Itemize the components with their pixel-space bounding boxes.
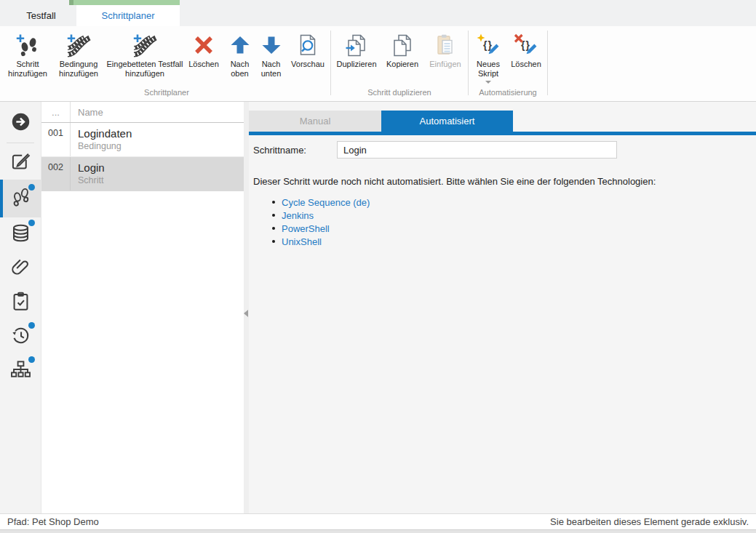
- delete-step-label: Löschen: [188, 60, 219, 69]
- sidebar-item-checklist[interactable]: [0, 286, 41, 320]
- ribbon-separator: [547, 31, 548, 95]
- add-step-button[interactable]: Schritt hinzufügen: [4, 29, 51, 79]
- ribbon-group-automatisierung: Neues Skript Löschen Automatisierung: [470, 26, 546, 101]
- move-down-icon: [259, 31, 284, 60]
- notification-badge: [28, 220, 35, 226]
- sidebar-item-history[interactable]: [0, 320, 41, 354]
- list-item: Jenkins: [272, 209, 756, 222]
- step-title: Logindaten: [78, 127, 244, 140]
- ribbon-group-label: Schritt duplizieren: [333, 87, 466, 101]
- ribbon-group-schrittplaner: Schritt hinzufügen Bedingung hinzufügen …: [4, 26, 329, 101]
- bullet-icon: [272, 227, 275, 230]
- delete-x-icon: [191, 31, 216, 60]
- list-item: PowerShell: [272, 222, 756, 235]
- technology-link-jenkins[interactable]: Jenkins: [282, 210, 314, 221]
- ribbon-separator: [330, 31, 331, 95]
- active-tab-underline: [249, 132, 756, 135]
- history-icon: [10, 325, 31, 349]
- paste-icon: [433, 31, 458, 60]
- step-title: Login: [78, 161, 244, 174]
- table-row[interactable]: 002 Login Schritt: [41, 157, 244, 191]
- sidebar-item-hierarchy[interactable]: [0, 354, 41, 388]
- paperclip-icon: [10, 257, 31, 281]
- tab-schrittplaner[interactable]: Schrittplaner: [76, 5, 180, 26]
- paste-button[interactable]: Einfügen: [424, 29, 466, 69]
- add-embedded-testcase-button[interactable]: Eingebetteten Testfall hinzufügen: [106, 29, 183, 79]
- bullet-icon: [272, 240, 275, 243]
- editor-panel: Manual Automatisiert Schrittname: Dieser…: [249, 102, 756, 513]
- duplicate-icon: [344, 31, 369, 60]
- preview-label: Vorschau: [291, 60, 325, 69]
- sidebar-item-data[interactable]: [0, 217, 41, 252]
- status-lock-message: Sie bearbeiten dieses Element gerade exk…: [550, 516, 749, 527]
- step-number: 002: [41, 157, 71, 191]
- preview-icon: [295, 31, 320, 60]
- technology-link-cycle-sequence[interactable]: Cycle Sequence (de): [282, 197, 370, 208]
- bottom-strip: [0, 529, 756, 533]
- window-tab-strip: Testfall Schrittplaner: [0, 0, 756, 26]
- add-condition-label: Bedingung hinzufügen: [51, 60, 106, 79]
- copy-button[interactable]: Kopieren: [381, 29, 424, 69]
- duplicate-button[interactable]: Duplizieren: [333, 29, 381, 69]
- move-down-button[interactable]: Nach unten: [255, 29, 287, 79]
- add-embedded-testcase-label: Eingebetteten Testfall hinzufügen: [106, 60, 183, 79]
- delete-step-button[interactable]: Löschen: [183, 29, 224, 69]
- steps-list-header: ... Name: [41, 102, 244, 123]
- delete-script-label: Löschen: [511, 60, 541, 69]
- stepname-input[interactable]: [337, 141, 617, 159]
- add-condition-icon: [66, 31, 91, 60]
- bullet-icon: [272, 201, 275, 204]
- add-step-label: Schritt hinzufügen: [4, 60, 51, 79]
- sidebar-divider: [7, 143, 34, 143]
- bullet-icon: [272, 214, 275, 217]
- technology-link-unixshell[interactable]: UnixShell: [282, 236, 322, 247]
- hierarchy-icon: [10, 359, 31, 383]
- copy-icon: [390, 31, 415, 60]
- collapse-panel-icon[interactable]: [244, 310, 248, 317]
- add-embedded-testcase-icon: [132, 31, 157, 60]
- duplicate-label: Duplizieren: [336, 60, 376, 69]
- move-up-button[interactable]: Nach oben: [224, 29, 255, 79]
- stepname-label: Schrittname:: [253, 145, 337, 156]
- new-script-icon: [476, 31, 501, 60]
- edit-icon: [10, 151, 31, 175]
- column-header-num: ...: [41, 102, 71, 122]
- sidebar: [0, 102, 41, 513]
- editor-tabs: Manual Automatisiert: [249, 111, 756, 132]
- notification-badge: [28, 356, 35, 363]
- sidebar-item-navigate[interactable]: [0, 106, 41, 140]
- tab-automatisiert[interactable]: Automatisiert: [381, 111, 513, 132]
- delete-script-icon: [514, 31, 538, 60]
- active-tab-indicator: [72, 0, 180, 5]
- move-up-label: Nach oben: [224, 60, 255, 79]
- sidebar-item-steps[interactable]: [0, 180, 41, 217]
- status-path: Pfad: Pet Shop Demo: [7, 516, 99, 527]
- notification-badge: [28, 184, 35, 191]
- new-script-label: Neues Skript: [470, 60, 506, 79]
- sidebar-item-edit[interactable]: [0, 145, 41, 180]
- sidebar-item-attachments[interactable]: [0, 252, 41, 286]
- step-number: 001: [41, 123, 71, 156]
- panel-splitter[interactable]: [244, 102, 249, 513]
- technology-list: Cycle Sequence (de) Jenkins PowerShell U…: [272, 196, 756, 248]
- ribbon-group-label: Automatisierung: [470, 87, 546, 101]
- new-script-button[interactable]: Neues Skript: [470, 29, 506, 84]
- preview-button[interactable]: Vorschau: [287, 29, 329, 69]
- footprints-icon: [10, 187, 31, 211]
- ribbon-group-label: Schrittplaner: [4, 87, 329, 101]
- table-row[interactable]: 001 Logindaten Bedingung: [41, 123, 244, 157]
- list-item: Cycle Sequence (de): [272, 196, 756, 209]
- ribbon-group-schritt-duplizieren: Duplizieren Kopieren Einfügen: [333, 26, 466, 101]
- steps-list-panel: ... Name 001 Logindaten Bedingung 002 Lo…: [41, 102, 244, 513]
- step-type: Schritt: [78, 175, 244, 185]
- add-condition-button[interactable]: Bedingung hinzufügen: [51, 29, 106, 79]
- paste-label: Einfügen: [429, 60, 461, 69]
- tab-manual[interactable]: Manual: [249, 111, 381, 132]
- move-up-icon: [228, 31, 252, 60]
- step-type: Bedingung: [78, 141, 244, 151]
- tab-testfall[interactable]: Testfall: [6, 5, 76, 26]
- ribbon-separator: [468, 31, 469, 95]
- copy-label: Kopieren: [386, 60, 418, 69]
- delete-script-button[interactable]: Löschen: [506, 29, 546, 69]
- technology-link-powershell[interactable]: PowerShell: [282, 223, 330, 234]
